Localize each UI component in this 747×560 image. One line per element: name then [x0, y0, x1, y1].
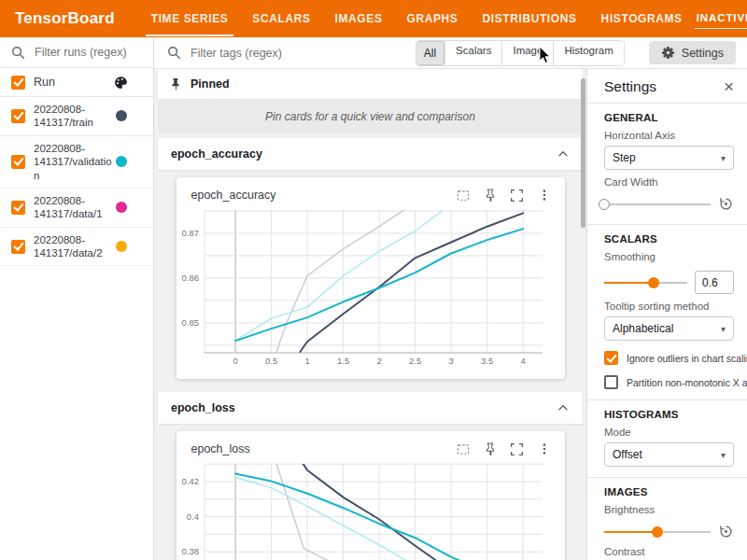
settings-section-images: IMAGES Brightness Contrast	[587, 478, 747, 560]
scrollbar[interactable]	[581, 78, 585, 228]
reload-status-dropdown[interactable]: INACTIVE ▾	[695, 9, 747, 29]
settings-button-label: Settings	[682, 47, 724, 60]
status-value: INACTIVE	[697, 12, 747, 23]
fullscreen-icon[interactable]	[506, 439, 529, 459]
tab-scalars[interactable]: SCALARS	[240, 0, 322, 37]
brightness-slider-row	[604, 524, 734, 539]
svg-text:1.5: 1.5	[337, 356, 349, 366]
smoothing-value-input[interactable]	[695, 271, 734, 294]
brightness-slider[interactable]	[604, 526, 711, 538]
tab-histograms[interactable]: HISTOGRAMS	[589, 0, 695, 37]
ignore-outliers-checkbox[interactable]	[604, 351, 618, 365]
pinned-label: Pinned	[190, 77, 230, 91]
filter-tags-input[interactable]	[190, 47, 377, 60]
run-checkbox[interactable]	[11, 109, 25, 123]
runs-column-label: Run	[34, 76, 114, 89]
select-all-runs-checkbox[interactable]	[11, 76, 25, 90]
histogram-mode-select[interactable]: Offset ▾	[604, 442, 734, 467]
tensorboard-app: TensorBoard TIME SERIES SCALARS IMAGES G…	[0, 0, 747, 560]
tab-images[interactable]: IMAGES	[323, 0, 395, 37]
smoothing-slider-row	[604, 271, 734, 294]
run-row-train[interactable]: 20220808-141317/train	[0, 97, 153, 136]
run-checkbox[interactable]	[11, 240, 25, 254]
filter-histogram-button[interactable]: Histogram	[553, 41, 623, 65]
field-label: Card Width	[604, 176, 734, 188]
slider-thumb[interactable]	[599, 199, 610, 210]
run-name: 20220808-	[34, 195, 85, 206]
card-actions	[452, 185, 556, 205]
svg-text:2: 2	[376, 356, 381, 366]
run-color-dot[interactable]	[116, 202, 127, 213]
data-table-toggle-icon[interactable]	[452, 185, 474, 205]
svg-text:0: 0	[233, 356, 237, 366]
settings-section-histograms: HISTOGRAMS Mode Offset ▾	[587, 400, 747, 478]
svg-text:3: 3	[448, 356, 453, 366]
pin-card-icon[interactable]	[479, 185, 501, 205]
run-checkbox[interactable]	[11, 201, 25, 215]
settings-section-scalars: SCALARS Smoothing Tooltip sorting method	[587, 225, 747, 400]
run-checkbox[interactable]	[11, 155, 25, 169]
horizontal-axis-select[interactable]: Step ▾	[604, 146, 734, 170]
data-table-toggle-icon[interactable]	[452, 439, 474, 459]
search-icon	[11, 46, 25, 60]
card-title: epoch_loss	[191, 442, 250, 455]
pin-icon	[169, 77, 182, 91]
pinned-empty-message: Pin cards for a quick view and compariso…	[158, 100, 583, 133]
svg-text:0.5: 0.5	[265, 356, 277, 366]
smoothing-slider[interactable]	[604, 277, 687, 288]
filter-scalars-button[interactable]: Scalars	[444, 41, 501, 65]
epoch-loss-chart[interactable]: 0.420.40.380.36	[176, 461, 565, 560]
more-options-icon[interactable]	[533, 185, 556, 205]
run-color-dot[interactable]	[116, 241, 127, 252]
svg-text:0.42: 0.42	[181, 476, 199, 486]
selected-value: Offset	[613, 448, 642, 461]
reset-icon[interactable]	[718, 524, 734, 539]
field-label: Contrast	[604, 546, 734, 557]
settings-panel-title: Settings	[604, 78, 656, 95]
palette-icon	[114, 76, 128, 90]
run-row-validation[interactable]: 20220808-141317/validation	[0, 136, 153, 189]
selected-value: Step	[613, 151, 636, 164]
search-icon	[167, 46, 181, 60]
run-row-data-1[interactable]: 20220808-141317/data/1	[0, 189, 153, 228]
card-width-slider[interactable]	[604, 199, 711, 210]
more-options-icon[interactable]	[533, 439, 556, 459]
pin-card-icon[interactable]	[479, 439, 501, 459]
field-label: Brightness	[604, 504, 734, 515]
settings-button[interactable]: Settings	[649, 41, 736, 64]
checkbox-label: Partition non-monotonic X axis	[627, 377, 747, 388]
svg-text:4: 4	[520, 356, 525, 366]
filter-runs-row	[0, 37, 153, 68]
tab-time-series[interactable]: TIME SERIES	[139, 0, 241, 37]
section-title: epoch_accuracy	[171, 147, 262, 161]
run-row-data-2[interactable]: 20220808-141317/data/2	[0, 228, 153, 267]
slider-thumb[interactable]	[648, 277, 659, 288]
tag-type-filter-group: All Scalars Image Histogram	[416, 40, 625, 66]
content-row: Pinned Pin cards for a quick view and co…	[154, 69, 747, 560]
card-header: epoch_accuracy	[176, 183, 565, 207]
epoch-accuracy-chart[interactable]: 0.850.860.8700.511.522.533.54	[176, 207, 565, 368]
run-name: 20220808-	[34, 104, 85, 115]
top-nav: TIME SERIES SCALARS IMAGES GRAPHS DISTRI…	[139, 0, 695, 37]
fullscreen-icon[interactable]	[506, 185, 529, 205]
partition-x-axis-checkbox[interactable]	[604, 375, 618, 389]
section-header-epoch-accuracy[interactable]: epoch_accuracy	[158, 138, 583, 170]
chevron-up-icon[interactable]	[557, 401, 570, 414]
tab-distributions[interactable]: DISTRIBUTIONS	[470, 0, 588, 37]
filter-all-button[interactable]: All	[416, 41, 444, 65]
filter-tags-row	[167, 46, 416, 60]
close-icon[interactable]: ×	[724, 77, 734, 95]
tooltip-sort-select[interactable]: Alphabetical ▾	[604, 316, 734, 341]
reset-icon[interactable]	[718, 196, 734, 212]
tab-graphs[interactable]: GRAPHS	[395, 0, 471, 37]
field-label: Tooltip sorting method	[604, 301, 734, 312]
right-pane: All Scalars Image Histogram Settings Pin…	[154, 37, 747, 560]
section-header-epoch-loss[interactable]: epoch_loss	[158, 392, 583, 424]
run-name: 20220808-	[34, 143, 85, 154]
run-color-dot[interactable]	[116, 110, 127, 121]
filter-image-button[interactable]: Image	[501, 41, 553, 65]
chevron-up-icon[interactable]	[557, 147, 570, 161]
slider-thumb[interactable]	[652, 526, 663, 538]
run-color-dot[interactable]	[116, 156, 127, 167]
filter-runs-input[interactable]	[35, 46, 137, 59]
